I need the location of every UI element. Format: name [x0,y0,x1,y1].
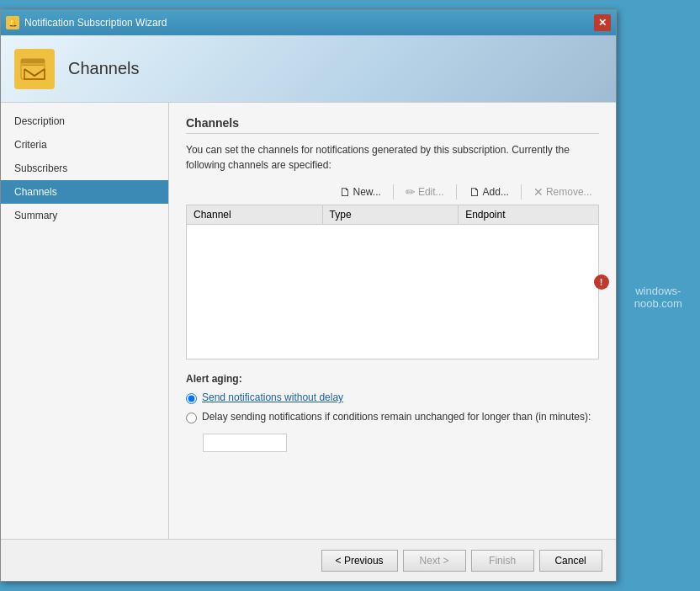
previous-button[interactable]: < Previous [321,550,398,572]
col-channel: Channel [187,205,323,225]
watermark: windows-noob.com [617,285,700,310]
radio-group: Send notifications without delay Delay s… [186,391,599,452]
new-icon: 🗋 [339,185,351,199]
sidebar-item-summary[interactable]: Summary [1,204,168,227]
edit-button[interactable]: ✏ Edit... [399,183,451,201]
main-window: 🔔 Notification Subscription Wizard ✕ Cha… [0,9,617,582]
finish-button[interactable]: Finish [471,550,534,572]
svg-rect-1 [21,59,45,66]
footer: < Previous Next > Finish Cancel [1,539,616,581]
wizard-header: Channels [1,35,616,103]
radio-no-delay[interactable]: Send notifications without delay [186,391,599,404]
delay-minutes-input[interactable] [203,434,287,452]
radio-no-delay-label: Send notifications without delay [202,391,343,403]
radio-delay[interactable]: Delay sending notifications if condition… [186,411,599,423]
table-body[interactable] [186,225,599,359]
col-type: Type [322,205,459,225]
app-icon: 🔔 [6,16,19,29]
radio-delay-input[interactable] [186,413,197,423]
col-endpoint: Endpoint [459,205,598,225]
window-title: Notification Subscription Wizard [24,17,167,29]
close-button[interactable]: ✕ [594,14,611,31]
title-bar: 🔔 Notification Subscription Wizard ✕ [1,10,616,35]
new-button[interactable]: 🗋 New... [332,183,388,201]
content-area: Description Criteria Subscribers Channel… [1,103,616,539]
channels-table-container: Channel Type Endpoint ! [186,205,599,359]
channels-toolbar: 🗋 New... ✏ Edit... 🗋 Add... ✕ Remove... [186,183,599,201]
separator-1 [393,184,394,200]
title-bar-left: 🔔 Notification Subscription Wizard [6,16,167,29]
alert-aging-section: Alert aging: Send notifications without … [186,373,599,452]
cancel-button[interactable]: Cancel [539,550,602,572]
add-button[interactable]: 🗋 Add... [462,183,516,201]
sidebar: Description Criteria Subscribers Channel… [1,103,169,539]
sidebar-item-criteria[interactable]: Criteria [1,133,168,157]
edit-icon: ✏ [406,185,416,199]
section-title: Channels [186,116,599,134]
remove-button[interactable]: ✕ Remove... [527,183,599,201]
separator-2 [456,184,457,200]
header-title: Channels [68,59,140,78]
sidebar-item-description[interactable]: Description [1,109,168,133]
alert-aging-title: Alert aging: [186,373,599,385]
description-text: You can set the channels for notificatio… [186,142,599,173]
sidebar-item-channels[interactable]: Channels [1,180,168,204]
separator-3 [521,184,522,200]
next-button[interactable]: Next > [403,550,466,572]
remove-icon: ✕ [533,185,544,199]
error-indicator: ! [594,274,609,290]
sidebar-item-subscribers[interactable]: Subscribers [1,157,168,180]
main-content: Channels You can set the channels for no… [169,103,616,539]
radio-delay-label: Delay sending notifications if condition… [202,411,591,423]
radio-no-delay-input[interactable] [186,393,197,404]
add-icon: 🗋 [469,185,480,199]
channels-table: Channel Type Endpoint [186,205,599,225]
header-icon [14,49,55,89]
